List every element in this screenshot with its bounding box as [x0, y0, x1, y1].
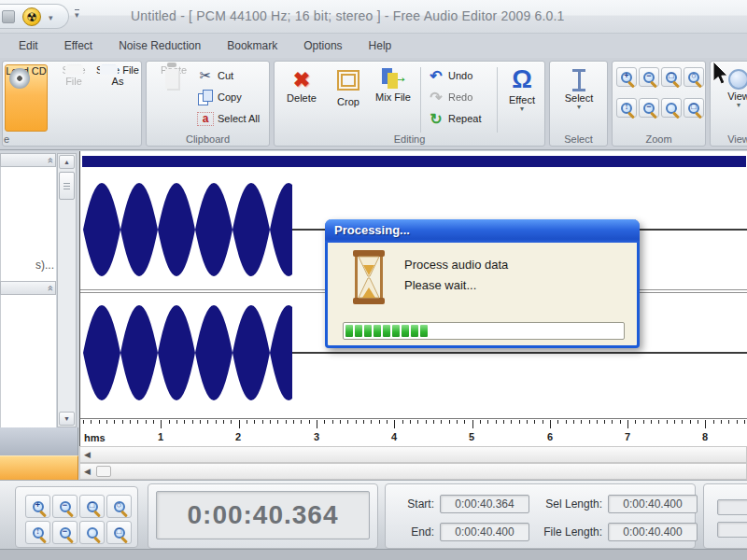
sidebar-bottom-strip[interactable]	[0, 427, 78, 455]
sidebar-panel1-header[interactable]: »	[0, 153, 56, 167]
end-label: End:	[395, 525, 434, 539]
zoom-selection-button[interactable]: ○	[106, 495, 132, 518]
zoom-out-button[interactable]: −	[52, 495, 78, 518]
dialog-message-line2: Please wait...	[404, 278, 476, 292]
scroll-left-icon[interactable]: ◀	[84, 467, 91, 476]
app-window: { "titlebar": { "title": "Untitled - [ P…	[0, 0, 747, 560]
menu-edit[interactable]: Edit	[19, 39, 38, 52]
zoom-vertical-out-button[interactable]: −	[639, 98, 659, 118]
hourglass-icon	[352, 250, 386, 304]
paste-button: Paste	[153, 64, 194, 132]
select-all-label: Select All	[218, 113, 260, 124]
copy-button[interactable]: Copy	[197, 87, 268, 107]
collapse-chevron-icon[interactable]: »	[44, 158, 55, 163]
zoom-all-icon	[666, 103, 677, 114]
select-button[interactable]: Select ▾	[557, 64, 600, 132]
zoom-vertical-in-icon: ↕	[621, 103, 632, 114]
sidebar-selected-strip[interactable]	[0, 455, 78, 480]
meter-bar	[717, 499, 747, 515]
zoom-all-button[interactable]	[79, 521, 105, 544]
zoom-vertical-in-button[interactable]: ↕	[25, 521, 50, 544]
tick-label: 4	[391, 431, 397, 442]
menu-noise-reduction[interactable]: Noise Reduction	[119, 39, 201, 52]
menu-bar: Edit Effect Noise Reduction Bookmark Opt…	[0, 34, 747, 58]
crop-button[interactable]: Crop	[329, 64, 368, 132]
selection-info-panel: Start: 0:00:40.364 Sel Length: 0:00:40.4…	[385, 483, 696, 549]
zoom-full-button[interactable]: □	[661, 67, 682, 87]
select-all-button[interactable]: a Select All	[197, 108, 270, 129]
zoom-full-button[interactable]: □	[79, 495, 105, 518]
undo-button[interactable]: ↶ Undo	[428, 65, 491, 86]
zoom-vertical-out-button[interactable]: −	[52, 521, 78, 544]
ribbon-group-editing: ✖ Delete Crop → Mix File ↶ Undo ↷ Redo ↻…	[274, 61, 545, 147]
redo-button: ↷ Redo	[428, 87, 491, 107]
end-value: 0:00:40.400	[440, 523, 529, 541]
app-logo-icon[interactable]: ☢	[22, 7, 41, 26]
delete-icon: ✖	[280, 68, 323, 92]
repeat-icon: ↻	[428, 110, 444, 128]
effect-omega-icon: Ω	[501, 64, 543, 94]
customize-toolbar-icon[interactable]: ▾	[75, 9, 79, 20]
scroll-down-icon[interactable]: ▼	[59, 412, 75, 426]
redo-label: Redo	[448, 91, 472, 103]
sidebar-panel1-body: s)...	[0, 167, 56, 281]
file-length-value: 0:00:40.400	[608, 523, 698, 541]
load-cd-button[interactable]: Load CD	[5, 64, 48, 132]
zoom-selection-button[interactable]: ○	[684, 67, 704, 87]
undo-label: Undo	[448, 70, 472, 81]
menu-help[interactable]: Help	[369, 39, 392, 52]
zoom-all-icon	[87, 527, 98, 539]
tick-label: 7	[625, 431, 630, 442]
menu-options[interactable]: Options	[303, 39, 342, 52]
zoom-vertical-in-button[interactable]: ↕	[616, 98, 637, 118]
ribbon-group-file-label: e	[3, 133, 141, 145]
horizontal-scrollbar-top[interactable]: ◀	[79, 446, 747, 463]
right-meter-panel	[703, 483, 747, 549]
app-menu-caret-icon[interactable]: ▾	[49, 13, 53, 22]
current-time: 0:00:40.364	[187, 500, 338, 530]
mix-file-button[interactable]: → Mix File	[372, 64, 415, 132]
mix-arrow-icon: →	[392, 72, 408, 83]
cut-icon: ✂	[197, 67, 214, 84]
zoom-in-button[interactable]: +	[25, 495, 50, 518]
zoom-window-button[interactable]: □	[684, 98, 704, 118]
tick-label: 8	[702, 431, 708, 442]
horizontal-scrollbar-bottom[interactable]: ◀	[79, 463, 747, 480]
ribbon-group-zoom: + − □ ○ ↕ − □ Zoom	[612, 61, 706, 147]
save-quick-icon[interactable]	[2, 10, 15, 23]
effect-button[interactable]: Ω Effect ▾	[501, 64, 543, 132]
repeat-button[interactable]: ↻ Repeat	[428, 108, 491, 129]
delete-button[interactable]: ✖ Delete	[280, 64, 323, 132]
dialog-title-bar[interactable]: Processing...	[325, 219, 640, 243]
scrollbar-thumb[interactable]	[59, 172, 75, 200]
sidebar-panel2-header[interactable]: »	[0, 281, 56, 295]
ribbon-group-select-label: Select	[550, 133, 607, 145]
view-dropdown-icon[interactable]: ▾	[717, 102, 747, 108]
menu-bookmark[interactable]: Bookmark	[227, 39, 277, 52]
zoom-all-button[interactable]	[661, 98, 682, 118]
zoom-vertical-out-icon: −	[60, 527, 71, 539]
zoom-out-button[interactable]: −	[639, 67, 659, 87]
zoom-in-icon: +	[33, 501, 44, 512]
scroll-up-icon[interactable]: ▲	[59, 155, 75, 169]
save-file-as-button[interactable]: Save File As	[96, 64, 139, 132]
ribbon-group-zoom-label: Zoom	[613, 133, 705, 145]
scrollbar-thumb[interactable]	[96, 466, 111, 477]
sidebar-panel2-body	[0, 295, 56, 427]
menu-effect[interactable]: Effect	[64, 39, 92, 52]
timeline-ruler[interactable]: hms 1 2 3 4 5 6 7 8	[79, 418, 747, 446]
collapse-chevron-icon[interactable]: »	[44, 286, 55, 291]
select-dropdown-icon[interactable]: ▾	[557, 104, 600, 110]
zoom-vertical-out-icon: −	[643, 103, 655, 114]
sidebar-scrollbar[interactable]: ▲ ▼	[57, 153, 77, 427]
scroll-left-icon[interactable]: ◀	[84, 450, 91, 459]
zoom-in-icon: +	[621, 72, 632, 83]
ribbon-separator	[497, 67, 498, 133]
effect-dropdown-icon[interactable]: ▾	[501, 105, 543, 112]
ribbon-group-clipboard: Paste ✂ Cut Copy a Select All Clipboard	[146, 61, 270, 147]
zoom-in-button[interactable]: +	[616, 67, 637, 87]
processing-dialog: Processing... Process audio data Please …	[325, 219, 640, 348]
cut-button[interactable]: ✂ Cut	[197, 65, 268, 86]
zoom-window-button[interactable]: □	[106, 521, 132, 544]
time-display: 0:00:40.364	[156, 491, 370, 539]
